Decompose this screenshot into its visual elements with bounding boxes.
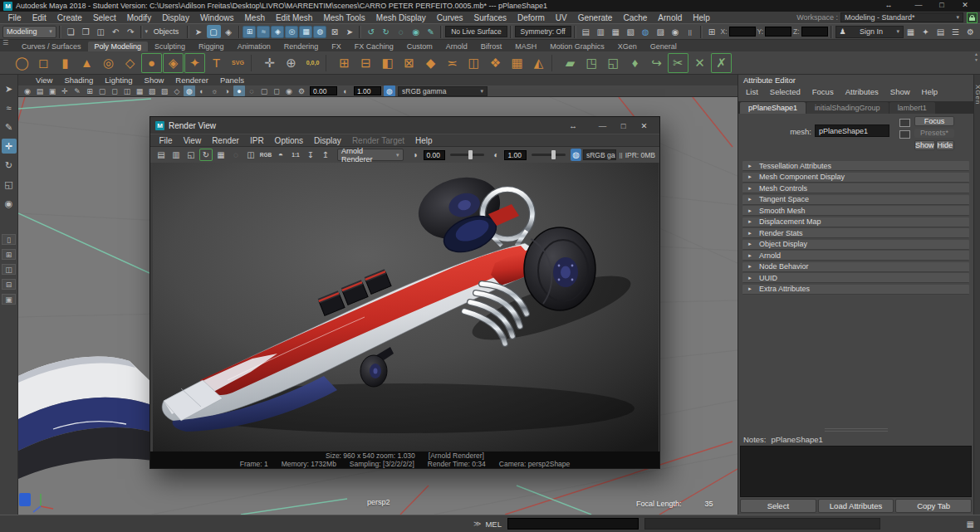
anim-pref-icon[interactable]: ✎ <box>424 25 438 38</box>
joints-xray-icon[interactable]: ◉ <box>283 85 295 96</box>
remove-image-icon[interactable]: ↥ <box>319 149 332 161</box>
panel-menu-item[interactable]: Show <box>139 76 170 85</box>
shelf-tab[interactable]: Poly Modeling <box>88 41 149 51</box>
shelf-tab[interactable]: Rendering <box>277 41 326 51</box>
select-object-icon[interactable]: ▢ <box>207 25 221 38</box>
output-connection-icon[interactable] <box>899 130 910 139</box>
menu-item[interactable]: Edit <box>27 13 51 22</box>
make-live-icon[interactable]: ◍ <box>313 26 326 38</box>
snap-projected-center-icon[interactable]: ◎ <box>285 26 298 38</box>
menu-item[interactable]: Mesh Tools <box>318 13 370 22</box>
single-pane-layout-icon[interactable]: ▯ <box>2 234 16 245</box>
hide-button[interactable]: Hide <box>936 140 954 150</box>
attribute-section-header[interactable]: ► Mesh Controls <box>742 183 969 193</box>
shelf-tab[interactable]: Curves / Surfaces <box>15 41 88 51</box>
focus-button[interactable]: Focus <box>914 116 954 126</box>
ae-menu-item[interactable]: List <box>740 87 764 96</box>
panel-menu-item[interactable]: Panels <box>214 76 250 85</box>
keyframe-icon[interactable]: ◌ <box>394 25 408 38</box>
type-tool-icon[interactable]: T <box>206 53 227 73</box>
rotate-tool-icon[interactable]: ↻ <box>2 158 17 173</box>
attribute-section-header[interactable]: ► Tessellation Attributes <box>742 161 969 171</box>
x-input[interactable] <box>729 27 756 37</box>
shelf-scroll-down-icon[interactable]: ▼ <box>974 58 978 62</box>
origin-locator-icon[interactable]: 0,0,0 <box>302 53 323 73</box>
close-icon[interactable]: ✕ <box>634 121 654 130</box>
poly-cube-icon[interactable]: ◻ <box>33 53 54 73</box>
menu-item[interactable]: Cache <box>618 13 653 22</box>
wireframe-icon[interactable]: ◇ <box>171 85 183 96</box>
sign-in-button[interactable]: ♟ Sign In ▾ <box>835 26 904 38</box>
extrude-icon[interactable]: ⊠ <box>399 53 419 73</box>
ae-bottom-button[interactable]: Copy Tab <box>895 499 972 513</box>
maximize-icon[interactable]: □ <box>930 0 953 12</box>
workspace-select[interactable]: Modeling - Standard* ▾ <box>840 12 963 22</box>
refresh-ipr-region-icon[interactable]: ▦ <box>214 149 228 161</box>
render-settings-icon[interactable]: ▧ <box>624 25 638 38</box>
notes-splitter[interactable] <box>738 425 973 435</box>
shelf-tab[interactable]: Sculpting <box>148 41 192 51</box>
select-component-icon[interactable]: ◈ <box>222 25 236 38</box>
attribute-section-header[interactable]: ► UUID <box>742 273 969 283</box>
attribute-section-header[interactable]: ► Smooth Mesh <box>742 206 969 216</box>
shelf-tab[interactable]: XGen <box>611 41 644 51</box>
shadows-icon[interactable]: ◑ <box>221 85 233 96</box>
render-view-menu-item[interactable]: Help <box>410 136 439 145</box>
y-input[interactable] <box>765 27 791 37</box>
grease-pencil-icon[interactable]: ✎ <box>71 85 83 96</box>
show-button[interactable]: Show <box>914 140 935 150</box>
contrast-icon[interactable]: ◐ <box>340 85 351 96</box>
ae-node-tab[interactable]: lambert1 <box>889 102 935 114</box>
shelf-tab[interactable]: General <box>644 41 684 51</box>
xray-icon[interactable]: ◻ <box>271 85 282 96</box>
menu-item[interactable]: Curves <box>431 13 468 22</box>
safe-title-icon[interactable]: ▨ <box>159 85 170 96</box>
ambient-occlusion-icon[interactable]: ● <box>233 85 245 96</box>
poly-plane-icon[interactable]: ◇ <box>120 53 140 73</box>
attribute-section-header[interactable]: ► Tangent Space <box>742 195 969 205</box>
menu-item[interactable]: Display <box>157 13 195 22</box>
live-surface-indicator[interactable]: No Live Surface <box>445 26 507 37</box>
boolean-icon[interactable]: ◧ <box>377 53 398 73</box>
ipr-render-icon[interactable]: ▥ <box>594 25 608 38</box>
selection-mask-select[interactable]: Objects <box>148 27 184 36</box>
combine-icon[interactable]: ⊞ <box>334 53 355 73</box>
notes-textarea[interactable] <box>740 446 972 497</box>
menu-item[interactable]: Mesh <box>239 13 270 22</box>
lock-selection-icon[interactable]: ⊠ <box>327 25 341 38</box>
menu-item[interactable]: UV <box>550 13 572 22</box>
symmetry-select[interactable]: Symmetry: Off <box>515 26 571 37</box>
render-view-title-bar[interactable]: M Render View ↔—□✕ <box>150 117 659 134</box>
render-view-menu-item[interactable]: Render Target <box>346 136 409 145</box>
auto-key-icon[interactable]: ◉ <box>409 25 423 38</box>
color-management-icon[interactable]: ◍ <box>571 149 581 161</box>
shelf-separator[interactable] <box>251 55 257 71</box>
menu-item[interactable]: Help <box>688 13 716 22</box>
multi-cut-face-icon[interactable]: ◳ <box>581 53 602 73</box>
connect-icon[interactable]: ◱ <box>603 53 624 73</box>
exposure-icon[interactable]: ⚙ <box>296 85 307 96</box>
ae-bottom-button[interactable]: Load Attributes <box>818 499 894 513</box>
panel-menu-item[interactable]: Renderer <box>169 76 214 85</box>
pause-display-icon[interactable]: || <box>619 151 622 159</box>
presets-button[interactable]: Presets* <box>914 129 954 138</box>
shelf-tab[interactable]: Bifrost <box>474 41 509 51</box>
shelf-tab[interactable]: FX <box>325 41 348 51</box>
panel-menu-item[interactable]: Shading <box>58 76 99 85</box>
menu-item[interactable]: Generate <box>572 13 618 22</box>
contrast-icon[interactable]: ◐ <box>489 149 502 161</box>
menu-item[interactable]: Mesh Display <box>370 13 431 22</box>
colorspace-select[interactable]: sRGB gamma ▾ <box>398 86 488 96</box>
separate-icon[interactable]: ⊟ <box>355 53 376 73</box>
subdivide-icon[interactable]: ▦ <box>507 53 527 73</box>
attribute-section-header[interactable]: ► Displacement Map <box>742 217 969 227</box>
field-chart-icon[interactable]: ▦ <box>134 85 145 96</box>
shelf-menu-icon[interactable]: ☰ <box>2 41 8 46</box>
gamma-field[interactable]: 1.00 <box>504 150 526 160</box>
four-pane-layout-icon[interactable]: ⊞ <box>2 249 16 260</box>
render-current-frame-icon[interactable]: ▤ <box>579 25 593 38</box>
attribute-section-header[interactable]: ► Arnold <box>742 251 969 261</box>
render-view-menu-item[interactable]: IPR <box>244 136 269 145</box>
menu-item[interactable]: Surfaces <box>468 13 512 22</box>
bookmark-icon[interactable]: ▤ <box>34 85 46 96</box>
